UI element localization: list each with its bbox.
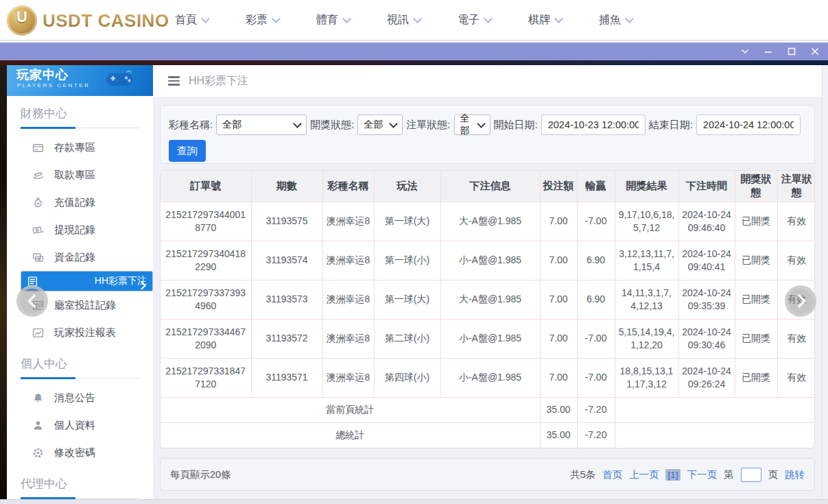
- cell-draw-status: 已開獎: [735, 280, 777, 319]
- bets-table-card: 訂單號期數彩種名稱玩法下注信息投注額輸贏開獎結果下注時間開獎狀態注單狀態2152…: [160, 170, 815, 448]
- col-bet-info: 下注信息: [440, 171, 540, 202]
- start-date-input[interactable]: [541, 115, 646, 135]
- cell-lottery-name: 澳洲幸运8: [322, 358, 374, 397]
- withdraw-record-icon: [32, 224, 44, 236]
- cell-draw-result: 3,12,13,11,7,1,15,4: [615, 241, 678, 280]
- chevron-right-icon: [792, 294, 806, 308]
- lottery-name-label: 彩種名稱:: [169, 119, 213, 132]
- nav-item-chess-cards[interactable]: 棋牌: [510, 0, 580, 40]
- site-logo[interactable]: U USDT CASINO: [7, 5, 169, 36]
- close-icon[interactable]: [809, 47, 820, 57]
- page-jump-input[interactable]: [741, 468, 761, 482]
- cell-order-no: 2152172973440018770: [161, 202, 251, 241]
- cell-bet-info: 大-A盤@1.985: [440, 280, 540, 319]
- summary-win-loss: -7.20: [577, 397, 615, 422]
- prev-page-link[interactable]: 上一页: [629, 468, 659, 481]
- sidebar-item-recharge-record[interactable]: 充值記錄: [21, 189, 153, 216]
- end-date-label: 結束日期:: [649, 119, 693, 132]
- right-scrollbar[interactable]: [822, 65, 828, 499]
- funds-record-icon: [32, 252, 44, 263]
- draw-status-select[interactable]: 全部: [357, 115, 403, 135]
- main-menu: 首頁彩票體育視訊電子棋牌捕魚: [156, 0, 651, 40]
- cell-order-status: 有效: [777, 358, 815, 397]
- window-top-edge: [0, 60, 828, 65]
- cell-play-type: 第四球(小): [374, 358, 440, 397]
- deposit-card-icon: [32, 142, 44, 154]
- col-draw-status: 開獎狀態: [735, 171, 777, 202]
- current-page-badge[interactable]: [1]: [665, 469, 680, 481]
- pagination-controls: 共5条 首页 上一页 [1] 下一页 第 页 跳转: [570, 468, 805, 482]
- maximize-icon[interactable]: [786, 47, 796, 57]
- collapse-left-button[interactable]: [16, 285, 48, 317]
- sidebar-section: 代理中心: [7, 476, 153, 499]
- nav-item-lottery[interactable]: 彩票: [227, 0, 298, 40]
- chevron-down-icon[interactable]: [740, 47, 750, 57]
- chevron-down-icon: [477, 119, 486, 128]
- cell-bet-amount: 7.00: [540, 358, 577, 397]
- sidebar-section: 個人中心消息公告個人資料修改密碼: [7, 356, 153, 466]
- search-button[interactable]: 查詢: [169, 140, 206, 162]
- cell-win-loss: -7.00: [577, 358, 615, 397]
- cell-draw-status: 已開獎: [735, 319, 777, 358]
- lottery-name-select[interactable]: 全部: [216, 115, 307, 135]
- sidebar: 玩家中心 PLAYERS CENTER 財務中心存款專區取款專區充值記錄提現記錄…: [7, 65, 153, 499]
- start-date-label: 開始日期:: [494, 119, 538, 132]
- chevron-down-icon: [484, 14, 493, 23]
- lottery-name-select-value: 全部: [222, 119, 241, 131]
- cell-win-loss: -7.00: [577, 319, 615, 358]
- cell-order-no: 2152172973373934960: [161, 280, 251, 319]
- nav-item-label: 體育: [316, 13, 338, 27]
- bell-icon: [32, 392, 44, 404]
- chevron-down-icon: [201, 14, 210, 23]
- chevron-down-icon: [389, 119, 398, 128]
- sidebar-section-title: 代理中心: [21, 476, 153, 492]
- sidebar-item-funds-record[interactable]: 資金記錄: [21, 243, 153, 271]
- cell-lottery-name: 澳洲幸运8: [322, 202, 374, 241]
- col-bet-time: 下注時間: [678, 171, 735, 202]
- summary-bet-amount: 35.00: [540, 422, 577, 448]
- table-row: 215217297337393496031193573澳洲幸运8第一球(大)大-…: [161, 280, 815, 319]
- jump-link[interactable]: 跳转: [785, 468, 805, 481]
- sidebar-item-deposit[interactable]: 存款專區: [21, 134, 153, 161]
- jump-prefix-text: 第: [724, 468, 734, 481]
- sidebar-item-withdraw[interactable]: 取款專區: [21, 161, 153, 189]
- sidebar-item-player-bet-report[interactable]: 玩家投注報表: [21, 319, 153, 346]
- table-row: 215217297331847712031193571澳洲幸运8第四球(小)小-…: [161, 358, 815, 397]
- minimize-icon[interactable]: [763, 47, 773, 57]
- sidebar-header: 玩家中心 PLAYERS CENTER: [7, 65, 153, 96]
- cell-win-loss: 6.90: [577, 241, 615, 280]
- chevron-down-icon: [413, 14, 422, 23]
- nav-item-slots[interactable]: 電子: [439, 0, 510, 40]
- nav-item-home[interactable]: 首頁: [156, 0, 227, 40]
- window-bottom-edge: [0, 499, 828, 504]
- app-window: U USDT CASINO 首頁彩票體育視訊電子棋牌捕魚 玩家中心 PLAYER…: [0, 0, 828, 504]
- cell-period: 31193571: [251, 358, 322, 397]
- sidebar-item-profile[interactable]: 個人資料: [21, 411, 153, 439]
- sidebar-item-change-password[interactable]: 修改密碼: [21, 439, 153, 466]
- order-status-select[interactable]: 全部: [454, 115, 490, 135]
- chevron-down-icon: [272, 14, 281, 23]
- nav-item-sports[interactable]: 體育: [298, 0, 368, 40]
- nav-item-label: 電子: [458, 13, 480, 27]
- cell-play-type: 第一球(小): [374, 241, 440, 280]
- sidebar-item-withdraw-record[interactable]: 提現記錄: [21, 216, 153, 243]
- end-date-input[interactable]: [696, 115, 801, 135]
- total-summary-row: 總統計35.00-7.20: [161, 422, 815, 448]
- expand-right-button[interactable]: [785, 285, 816, 317]
- summary-win-loss: -7.20: [577, 422, 615, 448]
- sidebar-item-label: 資金記錄: [54, 251, 95, 264]
- nav-item-live-video[interactable]: 視訊: [368, 0, 439, 40]
- nav-item-fishing[interactable]: 捕魚: [580, 0, 651, 40]
- cell-bet-time: 2024-10-24 09:26:24: [678, 358, 735, 397]
- first-page-link[interactable]: 首页: [602, 468, 622, 481]
- nav-item-label: 首頁: [175, 13, 197, 27]
- cell-lottery-name: 澳洲幸运8: [322, 241, 374, 280]
- sidebar-item-announcements[interactable]: 消息公告: [21, 384, 153, 411]
- next-page-link[interactable]: 下一页: [687, 468, 718, 481]
- cell-bet-amount: 7.00: [540, 280, 577, 319]
- cell-win-loss: -7.00: [577, 202, 615, 241]
- chevron-left-icon: [27, 294, 41, 308]
- hamburger-menu-icon[interactable]: [168, 76, 180, 86]
- cell-bet-time: 2024-10-24 09:35:39: [678, 280, 735, 319]
- logo-text: USDT CASINO: [43, 10, 169, 32]
